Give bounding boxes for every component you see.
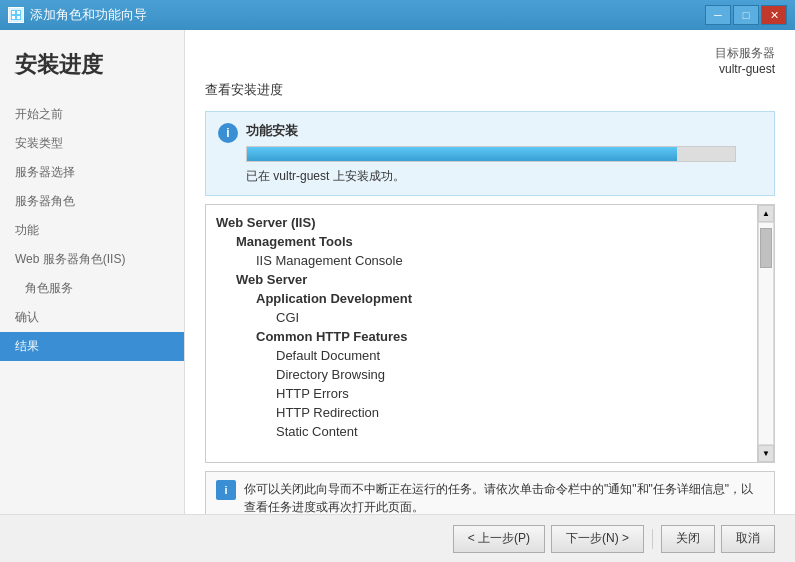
info-icon: i [218, 123, 238, 143]
sidebar: 安装进度 开始之前 安装类型 服务器选择 服务器角色 功能 Web 服务器角色(… [0, 30, 185, 562]
list-item: IIS Management Console [256, 251, 747, 270]
scroll-track [758, 222, 774, 445]
sidebar-item-start[interactable]: 开始之前 [0, 100, 184, 129]
scroll-thumb [760, 228, 772, 268]
notice-text: 你可以关闭此向导而不中断正在运行的任务。请依次单击命令栏中的"通知"和"任务详细… [244, 480, 764, 516]
app-icon [8, 7, 24, 23]
status-content: 功能安装 已在 vultr-guest 上安装成功。 [246, 122, 762, 185]
progress-bar-fill [247, 147, 677, 161]
status-title: 功能安装 [246, 122, 762, 140]
main-window: 安装进度 开始之前 安装类型 服务器选择 服务器角色 功能 Web 服务器角色(… [0, 30, 795, 562]
feature-list-container: Web Server (IIS) Management Tools IIS Ma… [205, 204, 775, 463]
list-item: Default Document [276, 346, 747, 365]
window-title: 添加角色和功能向导 [30, 6, 147, 24]
sidebar-item-results[interactable]: 结果 [0, 332, 184, 361]
section-title: 查看安装进度 [205, 81, 775, 99]
svg-rect-4 [17, 16, 20, 19]
list-item: Management Tools [236, 232, 747, 251]
status-text: 已在 vultr-guest 上安装成功。 [246, 168, 762, 185]
close-button[interactable]: ✕ [761, 5, 787, 25]
svg-rect-2 [17, 11, 20, 14]
maximize-button[interactable]: □ [733, 5, 759, 25]
notice-content: 你可以关闭此向导而不中断正在运行的任务。请依次单击命令栏中的"通知"和"任务详细… [244, 482, 753, 514]
feature-list[interactable]: Web Server (IIS) Management Tools IIS Ma… [206, 205, 757, 462]
prev-button[interactable]: < 上一步(P) [453, 525, 545, 553]
svg-rect-0 [10, 9, 22, 21]
sidebar-item-server-select[interactable]: 服务器选择 [0, 158, 184, 187]
list-item-cgi: CGI [276, 308, 747, 327]
sidebar-header: 安装进度 [0, 50, 184, 100]
sidebar-item-confirm[interactable]: 确认 [0, 303, 184, 332]
sidebar-item-install-type[interactable]: 安装类型 [0, 129, 184, 158]
sidebar-item-web-server[interactable]: Web 服务器角色(IIS) [0, 245, 184, 274]
progress-bar-container [246, 146, 736, 162]
button-bar: < 上一步(P) 下一步(N) > 关闭 取消 [0, 514, 795, 562]
sidebar-item-role-services[interactable]: 角色服务 [0, 274, 184, 303]
list-item: Directory Browsing [276, 365, 747, 384]
svg-rect-3 [12, 16, 15, 19]
close-wizard-button[interactable]: 关闭 [661, 525, 715, 553]
target-server-label: 目标服务器 [715, 45, 775, 62]
window-controls: ─ □ ✕ [705, 5, 787, 25]
button-separator [652, 529, 653, 549]
sidebar-item-server-roles[interactable]: 服务器角色 [0, 187, 184, 216]
sidebar-item-features[interactable]: 功能 [0, 216, 184, 245]
svg-rect-1 [12, 11, 15, 14]
notice-icon: i [216, 480, 236, 500]
target-server-value: vultr-guest [715, 62, 775, 76]
content-header: 目标服务器 vultr-guest [205, 45, 775, 76]
list-item: Web Server (IIS) [216, 213, 747, 232]
list-item: Common HTTP Features [256, 327, 747, 346]
next-button[interactable]: 下一步(N) > [551, 525, 644, 553]
list-item: HTTP Redirection [276, 403, 747, 422]
scrollbar[interactable]: ▲ ▼ [757, 205, 774, 462]
scroll-up-arrow[interactable]: ▲ [758, 205, 774, 222]
minimize-button[interactable]: ─ [705, 5, 731, 25]
content-area: 目标服务器 vultr-guest 查看安装进度 i 功能安装 已在 vultr… [185, 30, 795, 562]
title-bar: 添加角色和功能向导 ─ □ ✕ [0, 0, 795, 30]
list-item: Web Server [236, 270, 747, 289]
list-item: Application Development [256, 289, 747, 308]
status-section: i 功能安装 已在 vultr-guest 上安装成功。 [205, 111, 775, 196]
target-server-info: 目标服务器 vultr-guest [715, 45, 775, 76]
scroll-down-arrow[interactable]: ▼ [758, 445, 774, 462]
list-item: Static Content [276, 422, 747, 441]
cancel-button[interactable]: 取消 [721, 525, 775, 553]
list-item: HTTP Errors [276, 384, 747, 403]
